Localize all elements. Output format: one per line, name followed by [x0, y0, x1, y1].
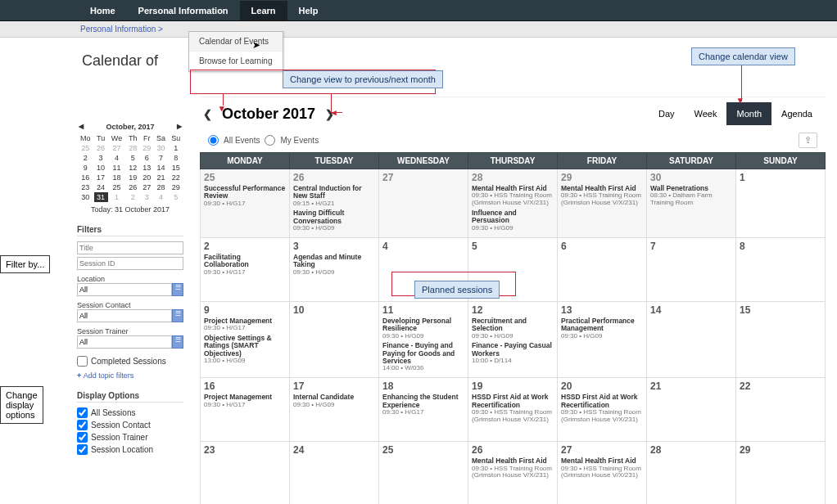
dropdown-item-calendar[interactable]: Calendar of Events [189, 32, 283, 52]
calendar-cell[interactable]: 27 [379, 169, 468, 238]
calendar-cell[interactable]: 21 [647, 378, 736, 442]
calendar-cell[interactable]: 19HSSD First Aid at Work Recertification… [468, 378, 558, 442]
calendar-event[interactable]: Recruitment and Selection09:30 • H/G09 [472, 317, 554, 340]
calendar-event[interactable]: Wall Penetrations08:30 • Dalham Farm Tra… [650, 185, 732, 207]
calendar-event[interactable]: HSSD First Aid at Work Recertification09… [561, 394, 643, 423]
calendar-cell[interactable]: 26Mental Health First Aid09:30 • HSS Tra… [468, 442, 558, 504]
calendar-event[interactable]: Influence and Persuasion09:30 • H/G09 [472, 209, 554, 232]
all-events-radio[interactable] [208, 135, 219, 146]
calendar-event[interactable]: Enhancing the Student Experience09:30 • … [382, 394, 464, 416]
mini-day[interactable]: 19 [126, 173, 140, 182]
mini-day[interactable]: 15 [169, 163, 183, 173]
calendar-cell[interactable]: 17Internal Candidate09:30 • H/G09 [290, 378, 379, 442]
calendar-cell[interactable]: 9Project Management09:30 • H/G17Objectiv… [201, 301, 290, 377]
export-button[interactable]: ⇪ [799, 133, 817, 148]
mini-day[interactable]: 25 [77, 143, 94, 153]
calendar-event[interactable]: Objective Settings & Ratings (SMART Obje… [204, 335, 286, 365]
mini-day[interactable]: 3 [94, 153, 108, 163]
calendar-cell[interactable]: 16Project Management09:30 • H/G17 [201, 378, 290, 442]
calendar-cell[interactable]: 30Wall Penetrations08:30 • Dalham Farm T… [647, 169, 736, 238]
view-month-tab[interactable]: Month [726, 102, 771, 125]
calendar-cell[interactable]: 18Enhancing the Student Experience09:30 … [379, 378, 468, 442]
calendar-event[interactable]: Agendas and Minute Taking09:30 • H/G09 [293, 254, 375, 276]
calendar-event[interactable]: Developing Personal Resilience09:30 • H/… [382, 317, 464, 340]
view-day-tab[interactable]: Day [649, 102, 685, 125]
calendar-event[interactable]: HSSD First Aid at Work Recertification09… [472, 394, 554, 423]
mini-day[interactable]: 22 [169, 173, 183, 182]
calendar-event[interactable]: Mental Health First Aid09:30 • HSS Train… [561, 457, 643, 479]
calendar-cell[interactable]: 3Agendas and Minute Taking09:30 • H/G09 [290, 237, 379, 301]
lookup-icon[interactable]: ☰ [172, 283, 183, 296]
calendar-cell[interactable]: 29 [736, 442, 826, 504]
calendar-cell[interactable]: 2Facilitating Collaboration09:30 • H/G17 [201, 237, 290, 301]
calendar-event[interactable]: Practical Performance Management09:30 • … [561, 317, 643, 340]
mini-day[interactable]: 18 [108, 173, 126, 182]
mini-day[interactable]: 24 [94, 182, 108, 192]
calendar-cell[interactable]: 29Mental Health First Aid09:30 • HSS Tra… [558, 169, 647, 238]
mini-day[interactable]: 28 [126, 143, 140, 153]
nav-personal-information[interactable]: Personal Information [127, 1, 240, 20]
mini-day[interactable]: 3 [140, 192, 154, 202]
calendar-cell[interactable]: 1 [736, 169, 826, 238]
view-week-tab[interactable]: Week [685, 102, 727, 125]
calendar-event[interactable]: Finance - Paying Casual Workers10:00 • D… [472, 342, 554, 364]
calendar-cell[interactable]: 25 [379, 442, 468, 504]
display-opt-checkbox[interactable] [77, 420, 88, 430]
mini-day[interactable]: 21 [154, 173, 169, 182]
calendar-cell[interactable]: 8 [736, 237, 826, 301]
mini-day[interactable]: 8 [169, 153, 183, 163]
mini-day[interactable]: 14 [154, 163, 169, 173]
mini-day[interactable]: 25 [108, 182, 126, 192]
prev-month-button[interactable]: ❮ [200, 106, 215, 122]
mini-day[interactable]: 7 [154, 153, 169, 163]
calendar-event[interactable]: Project Management09:30 • H/G17 [204, 394, 286, 408]
calendar-cell[interactable]: 22 [736, 378, 826, 442]
breadcrumb-link[interactable]: Personal Information > [80, 25, 163, 34]
mini-day[interactable]: 26 [94, 143, 108, 153]
calendar-cell[interactable]: 28 [647, 442, 736, 504]
mini-day[interactable]: 1 [169, 143, 183, 153]
mini-day[interactable]: 6 [140, 153, 154, 163]
mini-day[interactable]: 4 [154, 192, 169, 202]
dropdown-item-browse[interactable]: Browse for Learning [189, 52, 283, 71]
add-topic-filters-link[interactable]: Add topic filters [77, 371, 183, 380]
filter-session-input[interactable] [77, 257, 183, 270]
mini-day[interactable]: 4 [108, 153, 126, 163]
calendar-cell[interactable]: 24 [290, 442, 379, 504]
filter-completed-checkbox[interactable] [77, 356, 88, 367]
calendar-cell[interactable]: 28Mental Health First Aid09:30 • HSS Tra… [468, 169, 558, 238]
mini-day[interactable]: 31 [94, 192, 108, 202]
filter-title-input[interactable] [77, 241, 183, 254]
nav-help[interactable]: Help [287, 1, 330, 20]
calendar-cell[interactable]: 26Central Induction for New Staff09:15 •… [290, 169, 379, 238]
calendar-cell[interactable]: 23 [201, 442, 290, 504]
calendar-event[interactable]: Mental Health First Aid09:30 • HSS Train… [472, 457, 554, 479]
calendar-event[interactable]: Mental Health First Aid09:30 • HSS Train… [561, 185, 643, 207]
mini-day[interactable]: 9 [77, 163, 94, 173]
mini-prev-icon[interactable]: ◀ [79, 123, 84, 130]
mini-day[interactable]: 5 [169, 192, 183, 202]
mini-day[interactable]: 10 [94, 163, 108, 173]
mini-day[interactable]: 30 [77, 192, 94, 202]
mini-day[interactable]: 26 [126, 182, 140, 192]
mini-day[interactable]: 27 [108, 143, 126, 153]
mini-day[interactable]: 16 [77, 173, 94, 182]
calendar-cell[interactable]: 11Developing Personal Resilience09:30 • … [379, 301, 468, 377]
mini-day[interactable]: 27 [140, 182, 154, 192]
calendar-event[interactable]: Having Difficult Conversations09:30 • H/… [293, 209, 375, 232]
mini-day[interactable]: 28 [154, 182, 169, 192]
filter-contact-select[interactable] [77, 309, 172, 322]
mini-day[interactable]: 12 [126, 163, 140, 173]
display-opt-checkbox[interactable] [77, 444, 88, 455]
mini-day[interactable]: 29 [169, 182, 183, 192]
mini-next-icon[interactable]: ▶ [177, 123, 182, 130]
calendar-event[interactable]: Central Induction for New Staff09:15 • H… [293, 185, 375, 207]
mini-day[interactable]: 23 [77, 182, 94, 192]
mini-day[interactable]: 2 [77, 153, 94, 163]
calendar-event[interactable]: Facilitating Collaboration09:30 • H/G17 [204, 254, 286, 276]
calendar-event[interactable]: Internal Candidate09:30 • H/G09 [293, 394, 375, 408]
nav-home[interactable]: Home [79, 1, 127, 20]
mini-day[interactable]: 2 [126, 192, 140, 202]
mini-day[interactable]: 17 [94, 173, 108, 182]
calendar-event[interactable]: Finance - Buying and Paying for Goods an… [382, 342, 464, 372]
